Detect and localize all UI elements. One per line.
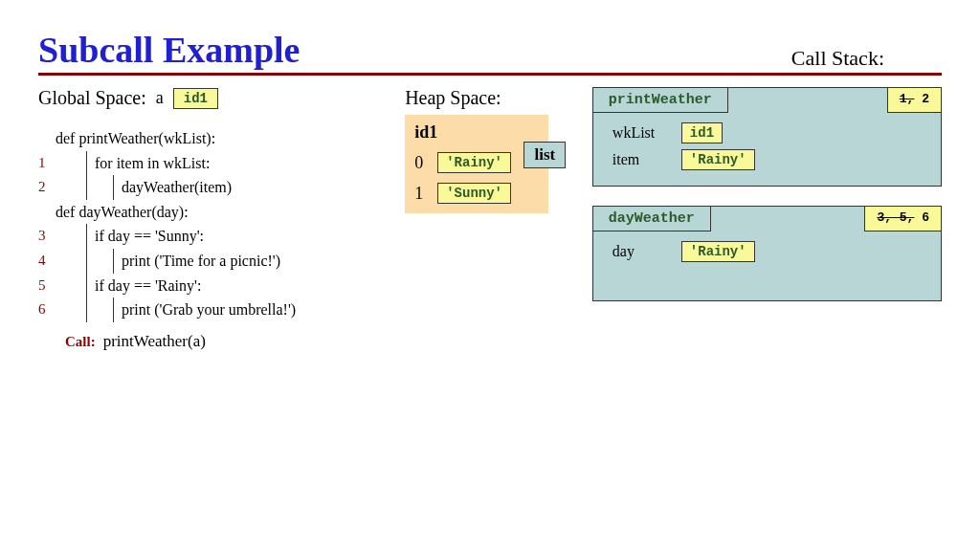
call-label: Call: <box>65 334 96 349</box>
frame-name: printWeather <box>593 88 728 113</box>
page-title: Subcall Example <box>38 29 300 71</box>
title-row: Subcall Example Call Stack: <box>38 29 942 76</box>
code-line: def printWeather(wkList): <box>38 126 388 151</box>
call-text: printWeather(a) <box>103 332 206 350</box>
code-line: def dayWeather(day): <box>38 200 388 225</box>
line-number: 4 <box>38 249 56 272</box>
code-line: 2 dayWeather(item) <box>38 175 388 200</box>
callstack-label: Call Stack: <box>791 46 884 71</box>
global-var-name: a <box>156 88 164 108</box>
frame-var: wkListid1 <box>612 122 929 143</box>
frame-var-name: day <box>612 243 670 260</box>
global-label: Global Space: <box>38 87 146 109</box>
frame-var-name: wkList <box>612 124 670 142</box>
code-text: for item in wkList: <box>86 151 210 176</box>
heap-index: 1 <box>414 184 428 204</box>
global-space: Global Space: a id1 <box>38 87 388 109</box>
frame-var: day'Rainy' <box>612 241 929 262</box>
line-number: 2 <box>38 175 56 198</box>
heap-index: 0 <box>414 153 428 173</box>
code-text: dayWeather(item) <box>113 175 232 200</box>
heap-label: Heap Space: <box>405 87 575 109</box>
heap-value: 'Rainy' <box>437 152 511 173</box>
stack-column: printWeather1, 2wkListid1item'Rainy'dayW… <box>592 87 942 354</box>
heap-item: 1'Sunny' <box>414 183 539 204</box>
frame-var-name: item <box>612 151 670 168</box>
heap-column: Heap Space: id1 list 0'Rainy'1'Sunny' <box>405 87 575 354</box>
code-line: 6 print ('Grab your umbrella!') <box>38 298 388 322</box>
code-text: def printWeather(wkList): <box>56 126 215 151</box>
code-text: if day == 'Sunny': <box>86 224 204 249</box>
heap-object: id1 list 0'Rainy'1'Sunny' <box>405 115 548 213</box>
code-text: if day == 'Rainy': <box>86 274 201 298</box>
frame-var: item'Rainy' <box>612 149 929 170</box>
frame-counter: 1, 2 <box>887 88 941 113</box>
code-line: 1for item in wkList: <box>38 151 388 176</box>
heap-object-id: id1 <box>414 122 539 143</box>
heap-value: 'Sunny' <box>437 183 511 204</box>
code-text: print ('Grab your umbrella!') <box>113 298 296 322</box>
code-text: print ('Time for a picnic!') <box>113 249 280 274</box>
line-number: 1 <box>38 151 56 174</box>
frame-counter: 3, 5, 6 <box>864 207 941 231</box>
frame-var-value: id1 <box>681 122 723 143</box>
stack-frame: dayWeather3, 5, 6day'Rainy' <box>592 206 942 301</box>
code-line: 4 print ('Time for a picnic!') <box>38 249 388 274</box>
line-number: 6 <box>38 298 56 320</box>
code-text: def dayWeather(day): <box>56 200 189 225</box>
left-column: Global Space: a id1 def printWeather(wkL… <box>38 87 388 354</box>
code-line: 3if day == 'Sunny': <box>38 224 388 249</box>
heap-object-type: list <box>523 142 566 168</box>
global-var-value: id1 <box>173 88 218 109</box>
frame-name: dayWeather <box>593 207 711 231</box>
frame-var-value: 'Rainy' <box>681 149 755 170</box>
code-block: def printWeather(wkList):1for item in wk… <box>38 126 388 322</box>
line-number: 3 <box>38 224 56 247</box>
heap-item: 0'Rainy' <box>414 152 539 173</box>
stack-frame: printWeather1, 2wkListid1item'Rainy' <box>592 87 942 187</box>
code-line: 5if day == 'Rainy': <box>38 274 388 298</box>
frame-var-value: 'Rainy' <box>681 241 755 262</box>
call-line: Call: printWeather(a) <box>65 328 388 354</box>
line-number: 5 <box>38 274 56 297</box>
